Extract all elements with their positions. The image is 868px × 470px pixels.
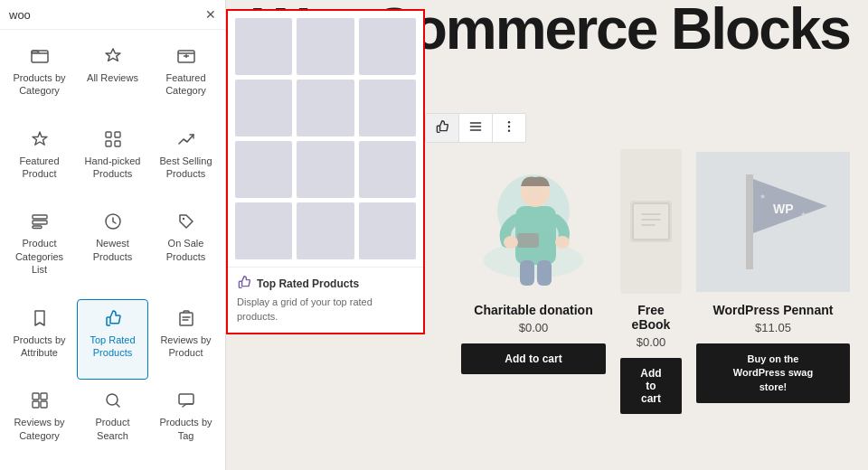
sidebar-item-products-by-category[interactable]: Products byCategory bbox=[4, 37, 75, 118]
preview-cell bbox=[359, 202, 416, 259]
svg-point-20 bbox=[508, 130, 510, 132]
sidebar-item-on-sale-products[interactable]: On SaleProducts bbox=[150, 202, 222, 296]
product-image-pennant: WP ★ ★ bbox=[696, 149, 850, 294]
sidebar-item-label: All Reviews bbox=[87, 71, 138, 84]
sidebar-item-best-selling-products[interactable]: Best SellingProducts bbox=[150, 120, 222, 202]
clock-icon bbox=[104, 212, 122, 233]
close-button[interactable]: ✕ bbox=[205, 7, 216, 22]
svg-rect-2 bbox=[106, 132, 111, 137]
svg-rect-6 bbox=[33, 215, 47, 219]
svg-rect-12 bbox=[33, 393, 39, 400]
sidebar-item-hand-picked-products[interactable]: Hand-pickedProducts bbox=[77, 120, 148, 202]
sidebar-item-product-search[interactable]: ProductSearch bbox=[77, 381, 148, 463]
sidebar-item-label: Top RatedProducts bbox=[90, 334, 135, 360]
svg-text:★: ★ bbox=[800, 211, 807, 219]
sidebar-item-label: Products byTag bbox=[159, 416, 212, 442]
sidebar-item-reviews-by-category[interactable]: Reviews byCategory bbox=[4, 381, 75, 463]
more-options-button[interactable] bbox=[493, 114, 525, 142]
sidebar-item-featured-product[interactable]: FeaturedProduct bbox=[4, 120, 75, 202]
sidebar-item-product-categories-list[interactable]: ProductCategories List bbox=[4, 202, 75, 296]
sidebar: ✕ Products byCategory All Reviews Featur… bbox=[0, 0, 226, 470]
svg-rect-17 bbox=[179, 394, 193, 404]
products-area: Charitable donation $0.00 Add to cart Fr… bbox=[443, 140, 868, 423]
sidebar-item-label: On SaleProducts bbox=[166, 237, 205, 263]
sidebar-item-label: Reviews byCategory bbox=[14, 416, 64, 442]
product-name: Charitable donation bbox=[474, 303, 592, 317]
blocks-grid: Products byCategory All Reviews Featured… bbox=[0, 30, 225, 470]
svg-rect-14 bbox=[33, 401, 39, 408]
product-card-wordpress-pennant: WP ★ ★ WordPress Pennant $11.05 Buy on t… bbox=[696, 149, 850, 414]
sidebar-item-reviews-by-product[interactable]: Reviews byProduct bbox=[150, 299, 222, 381]
buy-on-swag-store-button[interactable]: Buy on theWordPress swagstore! bbox=[696, 343, 850, 403]
product-card-charitable-donation: Charitable donation $0.00 Add to cart bbox=[461, 149, 606, 414]
preview-cell bbox=[235, 80, 292, 136]
preview-cell bbox=[359, 18, 416, 75]
sidebar-item-label: Products byCategory bbox=[13, 71, 65, 98]
svg-rect-25 bbox=[517, 233, 539, 248]
bookmark-icon bbox=[31, 309, 49, 330]
svg-rect-4 bbox=[106, 141, 111, 146]
svg-rect-7 bbox=[33, 221, 47, 224]
preview-description: Display a grid of your top rated product… bbox=[237, 296, 414, 324]
thumb-view-button[interactable] bbox=[426, 114, 459, 142]
preview-title: Top Rated Products bbox=[237, 275, 414, 292]
folder-icon bbox=[31, 47, 49, 68]
preview-block-name: Top Rated Products bbox=[257, 277, 359, 290]
sidebar-item-featured-category[interactable]: FeaturedCategory bbox=[150, 37, 222, 118]
thumbs-up-small-icon bbox=[237, 275, 251, 292]
preview-cell bbox=[297, 202, 354, 259]
sidebar-item-all-reviews[interactable]: All Reviews bbox=[77, 37, 148, 118]
product-price: $0.00 bbox=[637, 335, 666, 349]
product-image-charitable bbox=[461, 149, 606, 294]
sidebar-item-products-by-attribute[interactable]: Products byAttribute bbox=[4, 299, 75, 381]
sidebar-item-label: ProductSearch bbox=[96, 416, 130, 442]
sidebar-item-label: FeaturedCategory bbox=[165, 71, 206, 98]
svg-rect-5 bbox=[115, 141, 120, 146]
svg-rect-28 bbox=[520, 260, 534, 286]
toolbar-buttons bbox=[425, 113, 526, 143]
svg-rect-15 bbox=[41, 401, 47, 408]
svg-rect-30 bbox=[633, 203, 669, 240]
svg-rect-33 bbox=[746, 174, 753, 269]
product-image-ebook bbox=[620, 149, 682, 294]
sidebar-item-label: NewestProducts bbox=[93, 237, 132, 263]
list-view-button[interactable] bbox=[459, 114, 493, 142]
sidebar-item-label: ProductCategories List bbox=[10, 237, 69, 276]
trending-icon bbox=[177, 130, 195, 151]
svg-rect-3 bbox=[115, 132, 120, 137]
preview-cell bbox=[297, 18, 354, 75]
sidebar-item-top-rated-products[interactable]: Top RatedProducts bbox=[77, 299, 148, 381]
chat-icon bbox=[177, 391, 195, 412]
search-input[interactable] bbox=[9, 8, 200, 22]
featured-folder-icon bbox=[177, 47, 195, 68]
preview-cell bbox=[297, 80, 354, 136]
svg-point-18 bbox=[508, 121, 510, 123]
search-bar: ✕ bbox=[0, 0, 225, 30]
preview-cell bbox=[235, 141, 292, 198]
svg-point-10 bbox=[182, 218, 184, 220]
list-grid-icon bbox=[31, 212, 49, 233]
svg-rect-8 bbox=[33, 226, 42, 229]
preview-cell bbox=[235, 202, 292, 259]
preview-cell bbox=[359, 80, 416, 136]
grid-check-icon bbox=[31, 391, 49, 412]
add-to-cart-button[interactable]: Add to cart bbox=[620, 358, 682, 414]
svg-point-19 bbox=[508, 126, 510, 127]
sidebar-item-products-by-tag[interactable]: Products byTag bbox=[150, 381, 222, 463]
star-outline-icon bbox=[31, 130, 49, 151]
search-icon bbox=[104, 391, 122, 412]
product-card-free-ebook: Free eBook $0.00 Add to cart bbox=[620, 149, 682, 414]
block-preview-panel: Top Rated Products Display a grid of you… bbox=[226, 9, 425, 334]
product-name: WordPress Pennant bbox=[713, 303, 834, 317]
sidebar-item-newest-products[interactable]: NewestProducts bbox=[77, 202, 148, 296]
add-to-cart-button[interactable]: Add to cart bbox=[461, 343, 606, 374]
main-content: WooCommerce Blocks Top Rated Products bbox=[226, 0, 868, 470]
clipboard-icon bbox=[177, 309, 195, 330]
svg-text:WP: WP bbox=[773, 202, 794, 216]
sidebar-item-label: FeaturedProduct bbox=[19, 155, 59, 181]
sidebar-item-label: Reviews byProduct bbox=[160, 334, 211, 360]
thumbs-up-icon bbox=[104, 309, 122, 330]
preview-cell bbox=[297, 141, 354, 198]
svg-rect-31 bbox=[631, 202, 671, 241]
svg-point-16 bbox=[107, 394, 118, 405]
